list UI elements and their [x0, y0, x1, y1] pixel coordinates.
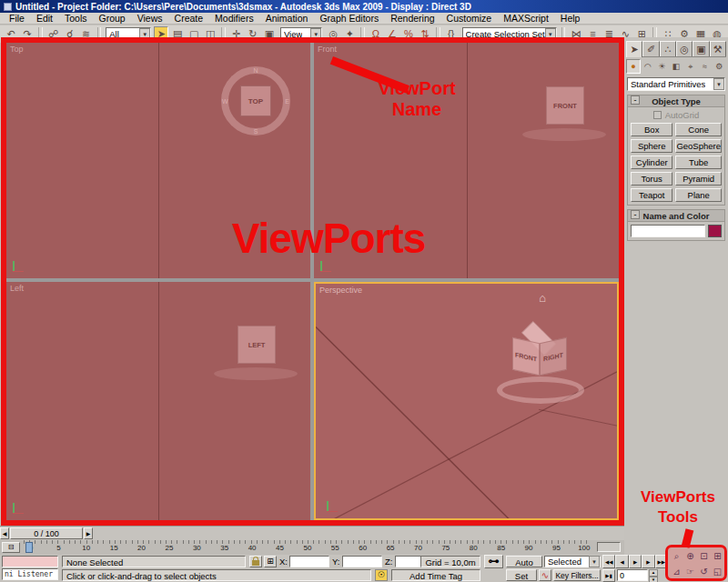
viewcube-left[interactable]: LEFT: [238, 326, 276, 364]
selection-lock-toggle[interactable]: [249, 556, 262, 567]
tab-display[interactable]: ▣: [693, 41, 709, 56]
viewcube-front-face[interactable]: FRONT: [512, 337, 540, 376]
time-slider-right-arrow[interactable]: ▶: [84, 527, 93, 539]
x-coordinate-field[interactable]: [289, 556, 329, 567]
tab-hierarchy[interactable]: ∴: [660, 41, 676, 56]
teapot-button[interactable]: Teapot: [631, 188, 672, 202]
menu-rendering[interactable]: Rendering: [390, 13, 434, 24]
tab-create[interactable]: ➤: [626, 41, 642, 57]
macro-recorder-pane[interactable]: [2, 556, 58, 567]
compass-east-label[interactable]: E: [285, 98, 289, 105]
zoom-extents-all-icon[interactable]: ⊞: [711, 548, 724, 564]
current-frame-field[interactable]: [617, 569, 648, 581]
chevron-down-icon[interactable]: ▼: [713, 78, 724, 90]
plane-button[interactable]: Plane: [675, 188, 722, 202]
compass-west-label[interactable]: W: [222, 98, 228, 105]
time-tag-icon[interactable]: ☉: [375, 569, 388, 581]
field-of-view-icon[interactable]: ⊿: [670, 564, 683, 578]
track-bar[interactable]: ⊟ 05101520253035404550556065707580859095…: [0, 540, 624, 555]
zoom-all-icon[interactable]: ⊕: [683, 548, 697, 564]
viewcube-right-face[interactable]: RIGHT: [540, 337, 567, 376]
viewport-perspective-label[interactable]: Perspective: [319, 286, 362, 295]
menu-help[interactable]: Help: [561, 13, 581, 24]
box-button[interactable]: Box: [631, 123, 672, 136]
app-icon[interactable]: [4, 3, 12, 11]
set-keys-button[interactable]: ⊶: [484, 555, 503, 568]
name-and-color-rollout-header[interactable]: - Name and Color: [628, 210, 724, 222]
viewport-left[interactable]: Left LEFT: [6, 282, 310, 520]
menu-group[interactable]: Group: [99, 13, 126, 24]
viewcube-compass-ring[interactable]: [497, 376, 584, 404]
auto-key-button[interactable]: Auto Key: [506, 556, 542, 567]
viewcube-front[interactable]: FRONT: [546, 86, 584, 125]
mini-curve-editor-button[interactable]: ⊟: [2, 542, 20, 553]
cone-button[interactable]: Cone: [675, 123, 722, 136]
menu-edit[interactable]: Edit: [36, 13, 53, 24]
menu-animation[interactable]: Animation: [266, 13, 308, 24]
arc-rotate-icon[interactable]: ↺: [697, 564, 711, 578]
next-frame-button[interactable]: ▶: [642, 555, 654, 568]
category-cameras[interactable]: ◧: [669, 59, 683, 74]
menu-graph-editors[interactable]: Graph Editors: [319, 13, 379, 24]
pyramid-button[interactable]: Pyramid: [675, 172, 722, 186]
compass-north-label[interactable]: N: [253, 67, 258, 74]
geosphere-button[interactable]: GeoSphere: [675, 139, 722, 153]
key-filter-curve-icon[interactable]: ∿: [539, 569, 551, 581]
y-coordinate-field[interactable]: [342, 556, 382, 567]
goto-start-button[interactable]: ◀◀: [602, 555, 615, 568]
previous-frame-button[interactable]: ◀: [615, 555, 628, 568]
timeline-frame-marker[interactable]: [25, 542, 33, 553]
animate-selected-dropdown[interactable]: Selected ▼: [544, 556, 601, 567]
viewport-front-label[interactable]: Front: [318, 45, 337, 54]
menu-file[interactable]: File: [9, 13, 25, 24]
time-slider-left-arrow[interactable]: ◀: [0, 527, 9, 539]
menu-create[interactable]: Create: [175, 13, 204, 24]
cylinder-button[interactable]: Cylinder: [631, 156, 672, 169]
key-filters-button[interactable]: Key Filters...: [553, 569, 601, 581]
tab-motion[interactable]: ◎: [676, 41, 693, 56]
category-systems[interactable]: ⚙: [712, 59, 726, 74]
tube-button[interactable]: Tube: [675, 156, 722, 169]
tab-modify[interactable]: ✐: [642, 41, 659, 56]
menu-maxscript[interactable]: MAXScript: [503, 13, 549, 24]
torus-button[interactable]: Torus: [631, 172, 672, 186]
compass-south-label[interactable]: S: [254, 128, 258, 135]
viewport-top-label[interactable]: Top: [10, 45, 24, 54]
zoom-icon[interactable]: ⌕: [670, 548, 683, 564]
spinner-down-icon[interactable]: ▼: [649, 577, 658, 582]
maxscript-mini-listener[interactable]: ni Listener: [2, 568, 58, 580]
collapse-icon[interactable]: -: [631, 210, 640, 219]
add-time-tag-button[interactable]: Add Time Tag: [391, 569, 480, 581]
category-geometry[interactable]: ●: [626, 59, 641, 74]
menu-tools[interactable]: Tools: [65, 13, 87, 24]
menu-modifiers[interactable]: Modifiers: [215, 13, 254, 24]
menu-customize[interactable]: Customize: [447, 13, 492, 24]
chevron-down-icon[interactable]: ▼: [589, 556, 600, 567]
collapse-icon[interactable]: -: [631, 95, 640, 105]
object-color-swatch[interactable]: [708, 225, 722, 237]
absolute-offset-toggle[interactable]: ⊞: [264, 556, 277, 567]
tab-utilities[interactable]: ⚒: [710, 41, 726, 56]
maximize-viewport-toggle-icon[interactable]: ◱: [711, 564, 724, 578]
zoom-extents-icon[interactable]: ⊡: [697, 548, 711, 564]
time-slider-grip[interactable]: 0 / 100: [10, 527, 83, 539]
autogrid-checkbox[interactable]: [653, 111, 662, 119]
viewport-perspective[interactable]: Perspective ⌂ FRONT RIGHT: [314, 282, 619, 520]
object-name-input[interactable]: [631, 225, 705, 237]
play-button[interactable]: ▶: [629, 555, 642, 568]
category-shapes[interactable]: ◠: [641, 59, 655, 74]
viewcube-top[interactable]: N E S W TOP: [221, 66, 290, 135]
category-space-warps[interactable]: ≈: [698, 59, 713, 74]
primitives-category-dropdown[interactable]: Standard Primitives ▼: [627, 77, 725, 91]
category-helpers[interactable]: ⌖: [683, 59, 698, 74]
menu-views[interactable]: Views: [137, 13, 163, 24]
viewcube-top-face[interactable]: TOP: [240, 85, 271, 116]
pan-icon[interactable]: ☞: [683, 564, 697, 578]
category-lights[interactable]: ☀: [654, 59, 669, 74]
set-key-button[interactable]: Set Key: [506, 569, 537, 581]
viewcube-home-icon[interactable]: ⌂: [539, 291, 546, 305]
viewcube-perspective[interactable]: FRONT RIGHT: [510, 320, 579, 407]
viewport-left-label[interactable]: Left: [10, 284, 24, 293]
goto-end-frame-button[interactable]: ▶▮: [602, 569, 615, 582]
sphere-button[interactable]: Sphere: [631, 139, 672, 153]
